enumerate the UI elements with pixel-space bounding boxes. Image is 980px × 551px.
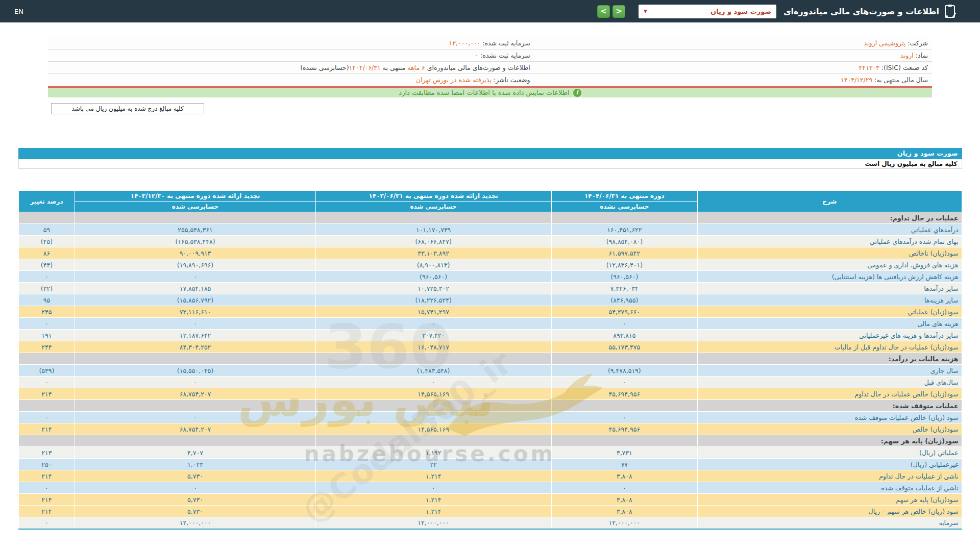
navbar-right-cluster: اطلاعات و صورت‌های مالی میاندوره‌ای صورت…: [595, 4, 957, 18]
value-cell: (۹۶۰,۵۶۰): [315, 271, 551, 283]
top-navbar: اطلاعات و صورت‌های مالی میاندوره‌ای صورت…: [0, 0, 980, 22]
value-cell: (۹۸,۸۵۴,۰۸۰): [551, 236, 697, 247]
section-empty-cell: [551, 435, 697, 447]
report-period-text: منتهی به: [381, 64, 408, 71]
value-cell: ۲۴۵: [18, 306, 75, 318]
info-value: ۱۲,۰۰۰,۰۰۰: [449, 39, 483, 47]
value-cell: ۱۷,۸۵۴,۱۸۵: [75, 283, 315, 294]
info-value: پتروشیمی اروند: [864, 39, 908, 47]
info-label: وضعیت ناشر:: [494, 76, 530, 84]
statement-table-body: عملیات در حال تداوم:درآمدهاي عملياتي۱۶۰,…: [18, 212, 962, 529]
row-label-cell: درآمدهاي عملياتي: [698, 224, 962, 236]
value-cell: ۰: [315, 377, 551, 388]
company-info-cell: کد صنعت (ISIC):۴۴۱۳۰۳: [534, 64, 932, 71]
row-label-cell: هزینه های فروش، اداری و عمومی: [698, 259, 962, 271]
statement-row: سال جاري(۹,۴۷۸,۵۱۹)(۱,۴۸۳,۵۴۸)(۱۵,۵۵۰,۰۴…: [18, 365, 962, 377]
company-info-cell: اطلاعات و صورت‌های مالی میاندوره‌ای ۶ ما…: [48, 64, 534, 71]
statement-row: سود (زیان) خالص هر سهم – ریال۳,۸۰۸۱,۲۱۴۵…: [18, 506, 962, 517]
section-empty-cell: [18, 212, 75, 224]
value-cell: ۲۲: [315, 459, 551, 470]
value-cell: ۱۲,۰۰۰,۰۰۰: [315, 517, 551, 529]
section-empty-cell: [551, 400, 697, 412]
previous-report-button[interactable]: >: [597, 5, 610, 18]
row-label-cell: بهای تمام شده درآمدهاي عملياتي: [698, 236, 962, 247]
value-cell: ۶۱,۵۹۷,۵۴۲: [551, 247, 697, 259]
section-empty-cell: [75, 400, 315, 412]
value-cell: ۰: [75, 482, 315, 494]
value-cell: ۴۵,۶۹۴,۹۵۶: [551, 423, 697, 435]
row-label-cell: سال جاري: [698, 365, 962, 377]
language-toggle-en[interactable]: EN: [14, 8, 23, 15]
value-cell: ۰: [551, 482, 697, 494]
info-label: سرمایه ثبت نشده:: [480, 52, 530, 59]
value-cell: ۱,۱۹۲: [315, 447, 551, 459]
value-cell: ۰: [315, 482, 551, 494]
row-label-cell: سود(زیان) عملیات در حال تداوم قبل از مال…: [698, 341, 962, 353]
section-label-cell: عملیات متوقف شده:: [698, 400, 962, 412]
header-desc: شرح: [698, 191, 962, 212]
value-cell: ۵۵,۱۷۳,۴۷۵: [551, 341, 697, 353]
value-cell: ۳۰۷,۴۲۰: [315, 330, 551, 341]
section-empty-cell: [315, 353, 551, 365]
value-cell: ۰: [75, 271, 315, 283]
info-icon: i: [573, 89, 581, 97]
statement-section-row: سود(زیان) پایه هر سهم:: [18, 435, 962, 447]
statement-row: سود(زيان) ناخالص۶۱,۵۹۷,۵۴۲۳۳,۱۰۳,۸۹۲۹۰,۰…: [18, 247, 962, 259]
value-cell: ۵۴,۲۷۹,۶۶۰: [551, 306, 697, 318]
statement-row: غیرعملیاتي (ریال)۷۷۲۲۱,۰۲۳۲۵۰: [18, 459, 962, 470]
value-cell: ۷۷: [551, 459, 697, 470]
statement-row: بهای تمام شده درآمدهاي عملياتي(۹۸,۸۵۴,۰۸…: [18, 236, 962, 247]
statement-row: ناشي از عملیات در حال تداوم۳,۸۰۸۱,۲۱۴۵,۷…: [18, 470, 962, 482]
value-cell: ۱۶,۰۴۸,۷۱۷: [315, 341, 551, 353]
value-cell: ۸۴,۳۰۴,۲۵۲: [75, 341, 315, 353]
info-label: نماد:: [916, 52, 928, 59]
value-cell: ۷۲,۱۱۶,۶۱۰: [75, 306, 315, 318]
value-cell: (۱۶۵,۵۳۸,۴۴۸): [75, 236, 315, 247]
value-cell: ۳,۷۳۱: [551, 447, 697, 459]
value-cell: ۱,۰۲۳: [75, 459, 315, 470]
row-label-cell: هزینه کاهش ارزش دریافتنی ها (هزینه استثن…: [698, 271, 962, 283]
signature-notice-bar: i اطلاعات نمایش داده شده با اطلاعات امضا…: [48, 86, 932, 97]
statement-unit-note: کلیه مبالغ به میلیون ریال است: [18, 159, 962, 169]
value-cell: ۰: [75, 412, 315, 423]
value-cell: (۴۴): [18, 259, 75, 271]
report-type-dropdown[interactable]: صورت سود و زیان ▼: [639, 5, 776, 18]
value-cell: ۱,۲۱۴: [315, 470, 551, 482]
value-cell: ۲۴۴: [18, 341, 75, 353]
page-title: اطلاعات و صورت‌های مالی میاندوره‌ای: [783, 7, 939, 16]
value-cell: ۱۴,۵۶۵,۱۶۹: [315, 388, 551, 400]
value-cell: ۱۰۱,۱۷۰,۷۳۹: [315, 224, 551, 236]
info-value: پذیرفته شده در بورس تهران: [416, 76, 494, 84]
value-cell: ۱۵,۷۴۱,۲۹۷: [315, 306, 551, 318]
section-empty-cell: [551, 212, 697, 224]
value-cell: ۸۹۳,۸۱۵: [551, 330, 697, 341]
section-empty-cell: [315, 400, 551, 412]
row-label-cell: غیرعملیاتي (ریال): [698, 459, 962, 470]
value-cell: ۰: [315, 318, 551, 330]
row-label-cell: سایر درآمدها: [698, 283, 962, 294]
company-info-cell: سال مالی منتهی به:۱۴۰۴/۱۲/۲۹: [534, 76, 932, 84]
value-cell: ۳۳,۱۰۳,۸۹۲: [315, 247, 551, 259]
company-info-body: شرکت:پتروشیمی اروندسرمایه ثبت شده:۱۲,۰۰۰…: [48, 37, 932, 86]
section-empty-cell: [551, 353, 697, 365]
section-label-cell: هزینه مالیات بر درآمد:: [698, 353, 962, 365]
value-cell: ۰: [18, 271, 75, 283]
info-label: کد صنعت (ISIC):: [881, 64, 928, 71]
section-label-cell: عملیات در حال تداوم:: [698, 212, 962, 224]
value-cell: ۲۱۴: [18, 388, 75, 400]
statement-row: سایر درآمدها و هزینه های غیرعملیاتی۸۹۳,۸…: [18, 330, 962, 341]
next-report-button[interactable]: <: [612, 5, 625, 18]
value-cell: ۲۱۴: [18, 470, 75, 482]
value-cell: ۰: [315, 412, 551, 423]
statement-section-row: عملیات متوقف شده:: [18, 400, 962, 412]
value-cell: ۳,۸۰۸: [551, 506, 697, 517]
income-statement-section: صورت سود و زیان کلیه مبالغ به میلیون ریا…: [18, 148, 962, 530]
statement-row: سود (زیان) خالص عملیات متوقف شده۰۰۰۰: [18, 412, 962, 423]
row-label-cell: عملیاتي (ریال): [698, 447, 962, 459]
header-period-current: دوره منتهی به ۱۴۰۴/۰۶/۳۱: [551, 191, 697, 202]
info-value: ۴۴۱۳۰۳: [859, 64, 881, 71]
section-empty-cell: [315, 212, 551, 224]
report-period-text: اطلاعات و صورت‌های مالی میاندوره‌ای: [425, 64, 530, 71]
info-value: ۱۴۰۴/۱۲/۲۹: [841, 76, 874, 84]
value-cell: ۰: [551, 318, 697, 330]
